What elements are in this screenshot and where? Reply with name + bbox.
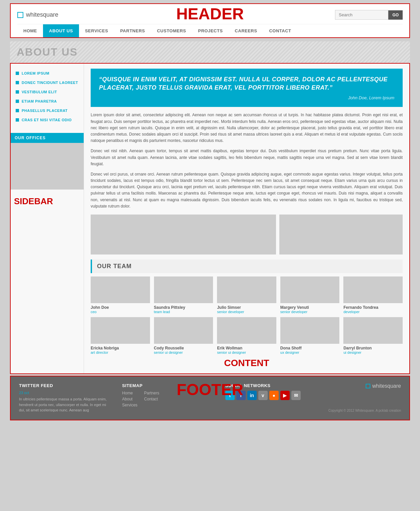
sidebar-item-cras[interactable]: CRAS ET NISI VITAE ODIO — [14, 115, 80, 125]
logo-square — [17, 12, 23, 18]
sitemap-home[interactable]: Home — [122, 391, 137, 395]
team-section-header: OUR TEAM — [91, 259, 403, 273]
content-image-1 — [91, 215, 276, 255]
footer-copyright: Copyright © 2012 Whitesquare. A pcklab c… — [328, 408, 401, 413]
team-role-9: ux designer — [280, 350, 340, 354]
logo-area: whitesquare — [17, 11, 58, 18]
facebook-icon[interactable]: f — [236, 391, 246, 400]
nav-partners[interactable]: PARTNERS — [114, 24, 151, 37]
content-area: “QUISQUE IN ENIM VELIT, AT DIGNISSIM EST… — [84, 64, 409, 373]
image-row — [91, 215, 403, 255]
content-label: CONTENT — [91, 358, 403, 368]
footer-social-title: SOCIAL NETWORKS — [225, 383, 318, 388]
sidebar-menu: LOREM IPSUM DONEC TINCIDUNT LAOREET VEST… — [11, 64, 84, 130]
team-name-5: Fernando Tondrea — [343, 305, 403, 310]
team-photo-6 — [91, 317, 150, 344]
team-name-6: Ericka Nobriga — [91, 346, 150, 350]
footer-social: SOCIAL NETWORKS t f in v ● ▶ ✉ — [225, 383, 318, 413]
sidebar-label: SIDEBAR — [11, 196, 84, 207]
footer-logo-area: whitesquare Copyright © 2012 Whitesquare… — [328, 383, 401, 413]
team-member-9: Dona Shoff ux designer — [280, 317, 340, 354]
nav-contact[interactable]: CONTACT — [263, 24, 297, 37]
sidebar-item-label: PHASELLUS PLACERAT — [22, 109, 68, 113]
offices-image — [11, 143, 84, 190]
youtube-icon[interactable]: ▶ — [280, 391, 290, 400]
rss-icon[interactable]: ● — [269, 391, 279, 400]
team-photo-1 — [91, 276, 150, 303]
team-photo-10 — [343, 317, 403, 344]
vimeo-icon[interactable]: v — [258, 391, 268, 400]
team-member-2: Saundra Pittsley team lead — [154, 276, 213, 314]
sidebar-item-label: CRAS ET NISI VITAE ODIO — [22, 118, 72, 122]
team-role-1: ceo — [91, 310, 150, 314]
bullet-icon — [16, 81, 19, 84]
team-member-7: Cody Rousselle senior ui designer — [154, 317, 213, 354]
quote-block: “QUISQUE IN ENIM VELIT, AT DIGNISSIM EST… — [91, 69, 403, 107]
sidebar-item-label: DONEC TINCIDUNT LAOREET — [22, 81, 78, 85]
team-member-4: Margery Venuti senior developer — [280, 276, 340, 314]
page-title-bar: ABOUT US — [10, 41, 410, 63]
wrapper: WRAPPER LOREM IPSUM DONEC TINCIDUNT LAOR… — [10, 63, 410, 374]
team-role-7: senior ui designer — [154, 350, 213, 354]
sidebar-item-lorem[interactable]: LOREM IPSUM — [14, 69, 80, 78]
footer-logo-text: whitesquare — [372, 383, 401, 389]
bullet-icon — [16, 100, 19, 103]
sidebar-item-etiam[interactable]: ETIAM PHARETRA — [14, 97, 80, 106]
team-photo-2 — [154, 276, 213, 303]
body-paragraph-3: Donec vel orci purus, ut ornare orci. Ae… — [91, 171, 403, 210]
team-name-3: Julio Simser — [217, 305, 276, 310]
body-paragraph-2: Donec vel nisl nibh. Aenean quam tortor,… — [91, 148, 403, 167]
team-role-10: ui designer — [343, 350, 403, 354]
footer-twitter-title: TWITTER FEED — [19, 383, 112, 388]
body-paragraph-1: Lorem ipsum dolor sit amet, consectetur … — [91, 112, 403, 144]
team-member-1: John Doe ceo — [91, 276, 150, 314]
team-photo-5 — [343, 276, 403, 303]
sidebar-item-label: VESTIBULUM ELIT — [22, 90, 57, 94]
linkedin-icon[interactable]: in — [247, 391, 257, 400]
our-offices-header: OUR OFFICES — [11, 133, 84, 143]
bullet-icon — [16, 118, 19, 122]
twitter-icon[interactable]: t — [225, 391, 235, 400]
other-icon[interactable]: ✉ — [291, 391, 301, 400]
team-role-2: team lead — [154, 310, 213, 314]
header-wrapper: HEADER whitesquare GO HOME ABOUT US SERV… — [10, 3, 410, 38]
sidebar: LOREM IPSUM DONEC TINCIDUNT LAOREET VEST… — [11, 64, 84, 373]
footer-logo: whitesquare — [366, 383, 401, 389]
search-input[interactable] — [335, 10, 388, 20]
search-area: GO — [335, 10, 403, 20]
sidebar-item-donec[interactable]: DONEC TINCIDUNT LAOREET — [14, 78, 80, 87]
content-image-2 — [279, 215, 403, 255]
bullet-icon — [16, 90, 19, 94]
nav-home[interactable]: HOME — [17, 24, 43, 37]
team-grid-row1: John Doe ceo Saundra Pittsley team lead … — [91, 276, 403, 314]
bullet-icon — [16, 72, 19, 75]
sitemap-links: Home About Services Partners Contact — [122, 391, 215, 409]
team-role-3: senior developer — [217, 310, 276, 314]
footer-logo-square — [366, 384, 370, 388]
sitemap-services[interactable]: Services — [122, 403, 137, 407]
team-member-3: Julio Simser senior developer — [217, 276, 276, 314]
logo-text: whitesquare — [26, 11, 58, 18]
team-photo-3 — [217, 276, 276, 303]
team-name-10: Darryl Brunton — [343, 346, 403, 350]
sitemap-col-2: Partners Contact — [144, 391, 159, 409]
main-nav: HOME ABOUT US SERVICES PARTNERS CUSTOMER… — [17, 24, 403, 37]
team-name-2: Saundra Pittsley — [154, 305, 213, 310]
nav-customers[interactable]: CUSTOMERS — [151, 24, 192, 37]
sidebar-item-vestibulum[interactable]: VESTIBULUM ELIT — [14, 87, 80, 97]
team-name-9: Dona Shoff — [280, 346, 340, 350]
sidebar-item-label: ETIAM PHARETRA — [22, 99, 57, 103]
sitemap-partners[interactable]: Partners — [144, 391, 159, 395]
sidebar-item-phasellus[interactable]: PHASELLUS PLACERAT — [14, 106, 80, 115]
nav-careers[interactable]: CAREERS — [229, 24, 263, 37]
nav-about[interactable]: ABOUT US — [43, 24, 79, 37]
team-photo-4 — [280, 276, 340, 303]
sitemap-about[interactable]: About — [122, 397, 137, 401]
nav-projects[interactable]: PROJECTS — [192, 24, 229, 37]
footer: FOOTER TWITTER FEED 23 oct In ultricies … — [10, 376, 410, 420]
sitemap-contact[interactable]: Contact — [144, 397, 159, 401]
nav-services[interactable]: SERVICES — [79, 24, 114, 37]
team-member-5: Fernando Tondrea developer — [343, 276, 403, 314]
search-button[interactable]: GO — [388, 10, 403, 20]
footer-sitemap: SITEMAP Home About Services Partners Con… — [122, 383, 215, 413]
